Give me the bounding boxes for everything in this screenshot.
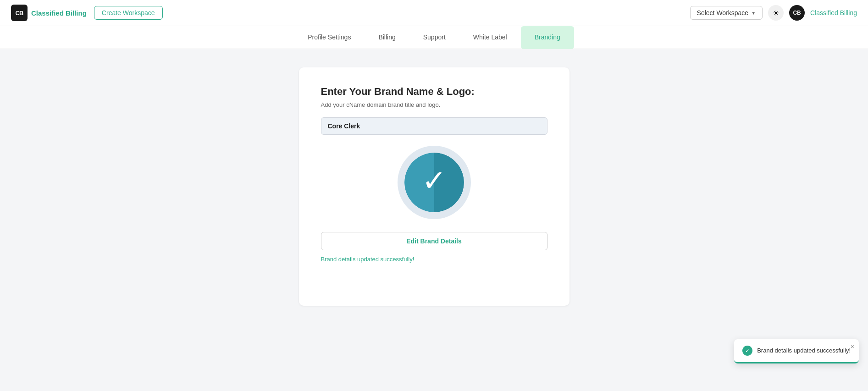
chevron-down-icon: ▼ bbox=[751, 11, 756, 16]
header-right: Select Workspace ▼ ☀ CB Classified Billi… bbox=[690, 5, 857, 21]
avatar[interactable]: CB bbox=[789, 5, 805, 21]
billing-name[interactable]: Classified Billing bbox=[810, 9, 857, 17]
branding-card: Enter Your Brand Name & Logo: Add your c… bbox=[299, 67, 569, 306]
tab-white-label[interactable]: White Label bbox=[459, 26, 521, 49]
logo-circle-inner: ✓ bbox=[404, 153, 464, 212]
tab-support[interactable]: Support bbox=[409, 26, 459, 49]
nav-tabs: Profile Settings Billing Support White L… bbox=[0, 26, 868, 49]
brand-logo-preview: ✓ bbox=[321, 146, 547, 219]
select-workspace-label: Select Workspace bbox=[697, 9, 749, 17]
logo-initials: CB bbox=[16, 10, 23, 17]
header: CB Classified Billing Create Workspace S… bbox=[0, 0, 868, 26]
checkmark-icon: ✓ bbox=[422, 166, 447, 195]
main-content: Enter Your Brand Name & Logo: Add your c… bbox=[0, 49, 868, 324]
app-name: Classified Billing bbox=[31, 9, 87, 17]
tab-profile-settings[interactable]: Profile Settings bbox=[294, 26, 365, 49]
sun-icon: ☀ bbox=[773, 9, 779, 17]
toast-success-icon: ✓ bbox=[742, 346, 752, 356]
tab-branding[interactable]: Branding bbox=[521, 26, 574, 49]
edit-brand-button[interactable]: Edit Brand Details bbox=[321, 232, 547, 250]
theme-toggle-button[interactable]: ☀ bbox=[768, 5, 784, 21]
select-workspace-button[interactable]: Select Workspace ▼ bbox=[690, 6, 763, 20]
logo[interactable]: CB Classified Billing bbox=[11, 5, 87, 21]
toast-notification: × ✓ Brand details updated successfully! bbox=[734, 339, 859, 363]
brand-success-text: Brand details updated successfully! bbox=[321, 256, 547, 263]
tab-billing[interactable]: Billing bbox=[365, 26, 409, 49]
brand-name-input[interactable] bbox=[321, 117, 547, 135]
header-left: CB Classified Billing Create Workspace bbox=[11, 5, 163, 21]
card-title: Enter Your Brand Name & Logo: bbox=[321, 86, 547, 98]
logo-icon: CB bbox=[11, 5, 28, 21]
logo-circle-outer: ✓ bbox=[398, 146, 471, 219]
avatar-initials: CB bbox=[793, 10, 801, 16]
toast-close-button[interactable]: × bbox=[851, 343, 854, 350]
card-subtitle: Add your cName domain brand title and lo… bbox=[321, 101, 547, 108]
toast-message: Brand details updated successfully! bbox=[757, 347, 851, 355]
create-workspace-button[interactable]: Create Workspace bbox=[94, 6, 163, 20]
